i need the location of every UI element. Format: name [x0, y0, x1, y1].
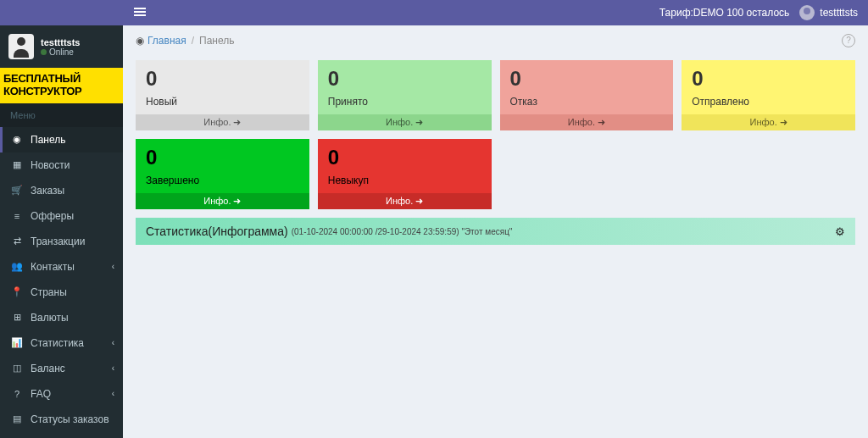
menu-icon: 📍 [10, 286, 24, 297]
menu-label: Статусы заказов [31, 413, 109, 425]
stats-settings-icon[interactable]: ⚙ [835, 225, 845, 238]
chevron-left-icon: ‹ [112, 338, 114, 347]
chevron-left-icon: ‹ [112, 262, 114, 271]
chevron-left-icon: ‹ [112, 363, 114, 373]
stat-label: Новый [146, 96, 299, 108]
stat-label: Невыкуп [328, 175, 481, 186]
stat-info-link[interactable]: Инфо. ➜ [318, 193, 492, 209]
stat-value: 0 [146, 67, 299, 91]
menu-label: FAQ [31, 388, 51, 400]
stat-value: 0 [146, 146, 299, 169]
hamburger-icon [134, 6, 146, 18]
stat-label: Отправлено [692, 96, 845, 108]
sidebar-item-3[interactable]: ≡Офферы [0, 203, 123, 229]
stat-box-1: 0ПринятоИнфо. ➜ [318, 60, 492, 130]
menu-icon: ? [10, 389, 24, 399]
stat-info-link[interactable]: Инфо. ➜ [136, 193, 309, 209]
menu-label: Панель [31, 134, 65, 146]
stat-value: 0 [510, 67, 664, 91]
user-status: Online [41, 47, 80, 57]
menu-label: Баланс [31, 363, 65, 374]
sidebar-item-8[interactable]: 📊Статистика‹ [0, 330, 123, 356]
menu-icon: ⇄ [10, 236, 24, 247]
menu-label: Валюты [31, 312, 69, 324]
stat-value: 0 [328, 67, 481, 91]
menu-label: Офферы [31, 210, 74, 222]
breadcrumb: ◉ Главная / Панель ? [123, 25, 868, 56]
chevron-left-icon: ‹ [112, 389, 114, 398]
stat-info-link[interactable]: Инфо. ➜ [682, 114, 855, 130]
sidebar-item-4[interactable]: ⇄Транзакции [0, 229, 123, 254]
sidebar-item-11[interactable]: ▤Статусы заказов [0, 407, 123, 432]
stat-value: 0 [328, 146, 481, 169]
menu-label: Новости [31, 159, 70, 171]
stats-title: Статистика(Инфограмма) [146, 225, 288, 238]
menu-label: Транзакции [31, 236, 85, 247]
sidebar-item-9[interactable]: ◫Баланс‹ [0, 356, 123, 381]
menu-icon: ⊞ [10, 312, 24, 323]
breadcrumb-current: Панель [199, 35, 234, 47]
help-icon[interactable]: ? [842, 34, 855, 47]
stat-box-5: 0НевыкупИнфо. ➜ [318, 139, 492, 209]
stat-box-3: 0ОтправленоИнфо. ➜ [682, 60, 855, 130]
sidebar-item-10[interactable]: ?FAQ‹ [0, 381, 123, 407]
stat-label: Отказ [510, 96, 664, 108]
navbar-logo-area [0, 0, 123, 25]
sidebar-item-0[interactable]: ◉Панель [0, 127, 123, 152]
stat-box-4: 0ЗавершеноИнфо. ➜ [136, 139, 309, 209]
sidebar-item-2[interactable]: 🛒Заказы [0, 178, 123, 203]
menu-label: Страны [31, 286, 67, 298]
breadcrumb-home-link[interactable]: Главная [147, 35, 186, 47]
dashboard-icon: ◉ [136, 35, 144, 47]
content-wrapper: ◉ Главная / Панель ? 0НовыйИнфо. ➜0Приня… [123, 25, 868, 438]
user-avatar [8, 34, 34, 59]
stats-subtitle: (01-10-2024 00:00:00 /29-10-2024 23:59:5… [292, 227, 513, 236]
menu-icon: ≡ [10, 211, 24, 221]
menu-icon: 🛒 [10, 185, 24, 196]
menu-label: Статистика [31, 337, 84, 349]
menu-icon: 📊 [10, 337, 24, 348]
stat-box-2: 0ОтказИнфо. ➜ [500, 60, 674, 130]
menu-label: Контакты [31, 261, 75, 273]
stat-info-link[interactable]: Инфо. ➜ [318, 114, 492, 130]
sidebar: testtttsts Online БЕСПЛАТНЫЙ КОНСТРУКТОР… [0, 25, 123, 438]
stat-info-link[interactable]: Инфо. ➜ [500, 114, 674, 130]
sidebar-toggle-button[interactable] [123, 6, 157, 20]
stat-value: 0 [692, 67, 845, 91]
top-navbar: Тариф:DEMO 100 осталось testtttsts [0, 0, 868, 25]
menu-header: Меню [0, 103, 123, 127]
sidebar-item-12[interactable]: 🚚Способы доставки [0, 432, 123, 438]
stat-label: Завершено [146, 175, 299, 186]
menu-icon: ▤ [10, 413, 24, 424]
breadcrumb-separator: / [192, 35, 194, 47]
sidebar-item-6[interactable]: 📍Страны [0, 280, 123, 305]
stat-box-0: 0НовыйИнфо. ➜ [136, 60, 309, 130]
sidebar-item-1[interactable]: ▦Новости [0, 152, 123, 178]
stats-panel: Статистика(Инфограмма) (01-10-2024 00:00… [136, 218, 855, 245]
stat-info-link[interactable]: Инфо. ➜ [136, 114, 309, 130]
menu-icon: ▦ [10, 159, 24, 170]
sidebar-username: testtttsts [41, 37, 80, 47]
menu-label: Заказы [31, 185, 64, 197]
online-indicator-icon [41, 49, 47, 55]
avatar-icon [799, 5, 815, 20]
menu-icon: ◉ [10, 134, 24, 145]
menu-icon: ◫ [10, 363, 24, 374]
user-menu-button[interactable]: testtttsts [799, 5, 858, 20]
user-panel: testtttsts Online [0, 25, 123, 68]
tariff-text: Тариф:DEMO 100 осталось [659, 7, 790, 19]
stat-label: Принято [328, 96, 481, 108]
sidebar-item-7[interactable]: ⊞Валюты [0, 305, 123, 330]
navbar-username: testtttsts [820, 7, 858, 19]
sidebar-item-5[interactable]: 👥Контакты‹ [0, 254, 123, 280]
menu-icon: 👥 [10, 261, 24, 272]
promo-banner[interactable]: БЕСПЛАТНЫЙ КОНСТРУКТОР [0, 68, 123, 103]
